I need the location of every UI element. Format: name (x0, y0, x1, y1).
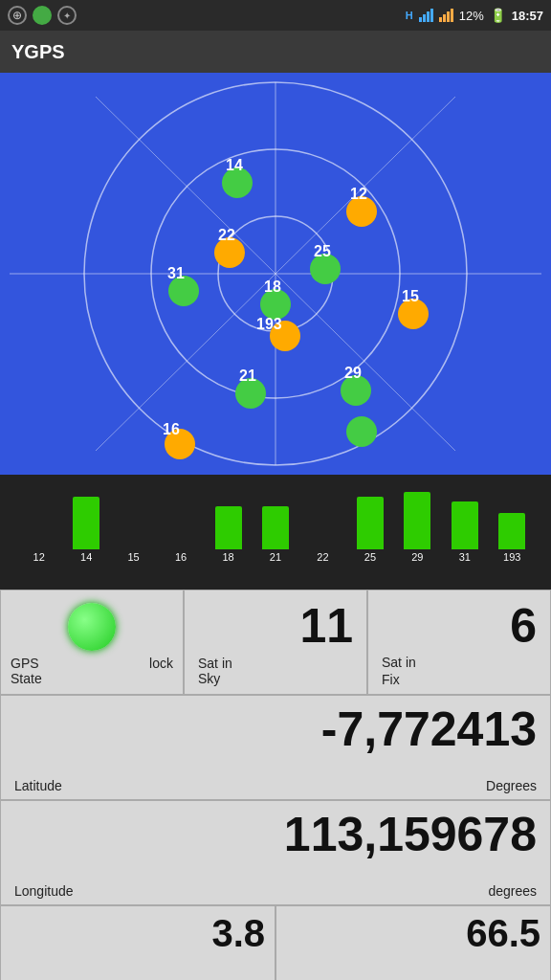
svg-text:22: 22 (218, 227, 235, 243)
signal-bars-orange (439, 9, 453, 22)
compass-icon: ⊕ (8, 6, 27, 25)
bar-group-193: 193 (489, 513, 536, 563)
bar-label-12: 12 (33, 551, 45, 563)
svg-text:12: 12 (350, 186, 367, 202)
latitude-label-row: Latitude Degrees (14, 778, 537, 793)
bar-14 (73, 497, 99, 549)
bar-label-15: 15 (128, 551, 140, 563)
sat-in-fix-value: 6 (382, 598, 537, 654)
signal-bars-blue (419, 9, 433, 22)
sat-in-sky-label: Sat inSky (198, 656, 353, 686)
sat-in-fix-label: Sat inFix (382, 654, 537, 688)
svg-text:25: 25 (314, 243, 331, 259)
battery-icon: 🔋 (490, 8, 506, 23)
bar-label-29: 29 (411, 551, 423, 563)
sat-in-fix-card: 6 Sat inFix (367, 590, 551, 695)
bar-label-25: 25 (364, 551, 376, 563)
green-status-icon (33, 6, 52, 25)
longitude-label-row: Longitude degrees (14, 883, 537, 899)
bar-label-193: 193 (503, 551, 520, 563)
bar-18 (215, 506, 242, 549)
bar-label-21: 21 (270, 551, 281, 563)
svg-text:29: 29 (344, 365, 362, 381)
svg-text:193: 193 (256, 316, 282, 332)
bar-group-12: 12 (15, 549, 62, 563)
gps-dot-container (11, 598, 173, 656)
latitude-card: -7,772413 Latitude Degrees (0, 695, 551, 800)
svg-text:16: 16 (163, 421, 180, 437)
bar-chart-area: 12141516182122252931193 (0, 475, 551, 590)
longitude-card: 113,159678 Longitude degrees (0, 800, 551, 905)
gps-state-label: GPSState (11, 656, 42, 686)
gps-state-card: GPSState lock (0, 590, 184, 695)
gps-status-dot (68, 603, 116, 651)
svg-text:31: 31 (167, 265, 185, 281)
bar-label-18: 18 (222, 551, 233, 563)
longitude-sublabel: degrees (488, 883, 537, 899)
svg-text:14: 14 (226, 157, 243, 173)
bar-group-16: 16 (157, 549, 204, 563)
bar-group-22: 22 (299, 549, 346, 563)
svg-point-30 (346, 416, 377, 447)
sat-in-sky-value: 11 (198, 598, 353, 656)
clock: 18:57 (512, 9, 543, 23)
bar-group-21: 21 (252, 506, 298, 563)
status-right: H 12% 🔋 18:57 (406, 8, 543, 23)
info-area: GPSState lock 11 Sat inSky 6 Sat inFix -… (0, 590, 551, 980)
bottom-row: 3.8 66.5 (0, 905, 551, 980)
sat-in-sky-card: 11 Sat inSky (184, 590, 367, 695)
bar-group-25: 25 (346, 497, 393, 563)
bottom-left-card: 3.8 (0, 905, 276, 980)
bar-label-16: 16 (175, 551, 187, 563)
bar-25 (357, 497, 384, 549)
app-title: YGPS (11, 41, 65, 63)
latitude-sublabel: Degrees (486, 778, 537, 793)
longitude-value: 113,159678 (14, 807, 537, 883)
title-bar: YGPS (0, 31, 551, 73)
bar-group-14: 14 (62, 497, 109, 563)
bar-29 (404, 492, 430, 549)
status-left: ⊕ ✦ (8, 6, 77, 25)
latitude-value: -7,772413 (14, 702, 537, 778)
bar-group-29: 29 (394, 492, 441, 563)
blackberry-icon: ✦ (57, 6, 77, 25)
radar-svg: 14 12 22 25 31 18 15 193 21 29 16 (0, 73, 551, 475)
bottom-right-card: 66.5 (276, 905, 551, 980)
svg-text:15: 15 (402, 288, 419, 304)
bar-group-18: 18 (205, 506, 252, 563)
bar-label-22: 22 (317, 551, 328, 563)
bar-21 (262, 506, 289, 549)
bottom-left-value: 3.8 (11, 912, 265, 955)
bars-container: 12141516182122252931193 (0, 486, 551, 563)
bar-label-14: 14 (80, 551, 92, 563)
bar-31 (452, 501, 478, 549)
labels-row (0, 563, 551, 590)
signal-h-label: H (406, 10, 413, 21)
bar-group-15: 15 (110, 549, 157, 563)
bottom-right-value: 66.5 (286, 912, 540, 955)
radar-view: 14 12 22 25 31 18 15 193 21 29 16 (0, 73, 551, 475)
svg-text:21: 21 (239, 368, 256, 384)
bar-label-31: 31 (459, 551, 471, 563)
status-bar: ⊕ ✦ H 12% 🔋 18:57 (0, 0, 551, 31)
bar-group-31: 31 (441, 501, 488, 563)
svg-text:18: 18 (264, 278, 281, 295)
gps-lock-label: lock (149, 656, 173, 686)
battery-percent: 12% (459, 9, 484, 23)
bar-193 (498, 513, 525, 549)
longitude-label: Longitude (14, 883, 74, 899)
latitude-label: Latitude (14, 778, 62, 793)
gps-label-row: GPSState lock (11, 656, 173, 686)
